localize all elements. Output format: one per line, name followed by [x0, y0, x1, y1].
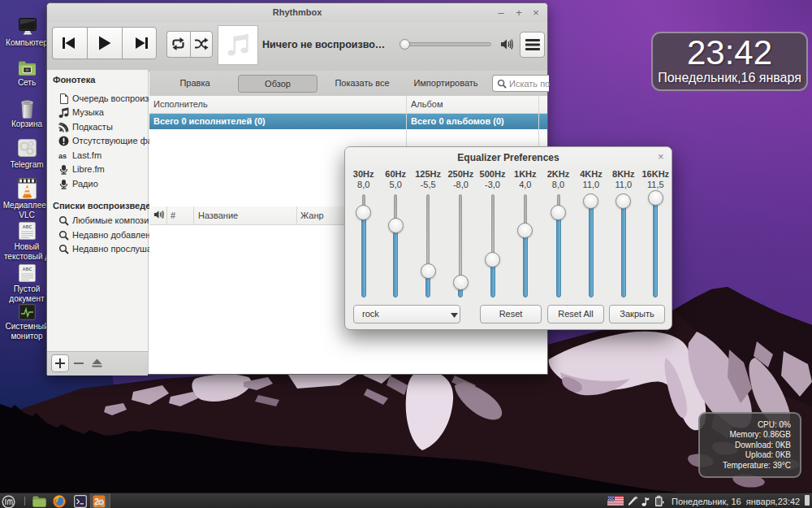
svg-text:ABC: ABC — [23, 267, 32, 271]
svg-text:as: as — [58, 152, 67, 160]
svg-text:ABC: ABC — [23, 224, 32, 229]
